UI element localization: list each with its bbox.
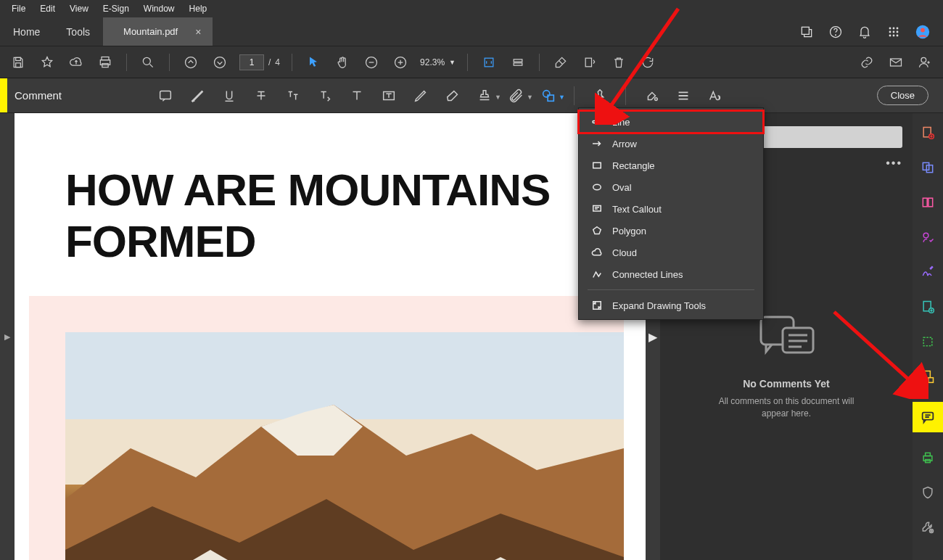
- document-view[interactable]: HOW ARE MOUNTAINS FORMED: [15, 113, 646, 560]
- apps-grid-icon[interactable]: [886, 25, 901, 39]
- dropdown-item-cloud[interactable]: Cloud: [579, 242, 763, 263]
- rail-print-production-icon[interactable]: [918, 448, 937, 467]
- zoom-in-icon[interactable]: [391, 53, 410, 72]
- rail-fill-sign-icon[interactable]: [918, 228, 937, 247]
- svg-point-32: [543, 90, 550, 96]
- arrow-icon: [590, 137, 604, 150]
- color-fill-icon[interactable]: [642, 86, 661, 105]
- strikethrough-icon[interactable]: [252, 86, 271, 105]
- search-icon[interactable]: [139, 53, 157, 72]
- star-icon[interactable]: [38, 53, 57, 72]
- tab-tools[interactable]: Tools: [53, 17, 103, 46]
- zoom-value[interactable]: 92.3%▼: [420, 57, 456, 67]
- menu-help[interactable]: Help: [182, 1, 215, 16]
- close-button[interactable]: Close: [877, 86, 928, 105]
- rail-extract-icon[interactable]: [918, 367, 937, 386]
- document-image: [29, 296, 624, 560]
- avatar[interactable]: [915, 25, 930, 39]
- insert-text-icon[interactable]: [316, 86, 334, 105]
- cloud-icon: [590, 246, 604, 259]
- add-text-icon[interactable]: [347, 86, 366, 105]
- menu-file[interactable]: File: [4, 1, 33, 16]
- sticky-note-icon[interactable]: [156, 86, 175, 105]
- svg-rect-26: [514, 62, 522, 65]
- menu-edit[interactable]: Edit: [33, 1, 62, 16]
- zoom-out-icon[interactable]: [362, 53, 381, 72]
- link-icon[interactable]: [857, 53, 876, 72]
- mail-icon[interactable]: [886, 53, 905, 72]
- replace-text-icon[interactable]: [284, 86, 302, 105]
- rail-edit-icon[interactable]: [918, 332, 937, 351]
- svg-point-53: [923, 233, 928, 238]
- hand-icon[interactable]: [333, 53, 352, 72]
- main-toolbar: / 4 92.3%▼: [0, 46, 943, 78]
- comments-empty-subtitle: All comments on this document will appea…: [707, 395, 866, 420]
- dropdown-item-text-callout[interactable]: Text Callout: [579, 198, 763, 220]
- profile-add-icon[interactable]: [915, 53, 934, 72]
- text-format-icon[interactable]: [706, 86, 725, 105]
- rail-create-pdf-icon[interactable]: [918, 123, 937, 142]
- save-icon[interactable]: [9, 53, 28, 72]
- text-callout-icon: [590, 202, 604, 215]
- page-up-icon[interactable]: [181, 53, 200, 72]
- svg-point-34: [655, 97, 658, 100]
- left-panel-toggle[interactable]: ▶: [0, 113, 15, 560]
- tab-home[interactable]: Home: [0, 17, 53, 46]
- svg-point-13: [921, 28, 925, 32]
- dropdown-item-label: Oval: [612, 182, 632, 193]
- drawing-tools-dropdown: Line Arrow Rectangle Oval Text Callout P…: [578, 107, 764, 320]
- help-icon[interactable]: [828, 25, 843, 39]
- rotate-icon[interactable]: [580, 53, 599, 72]
- svg-point-19: [143, 57, 150, 65]
- trash-icon[interactable]: [609, 53, 628, 72]
- page-down-icon[interactable]: [210, 53, 229, 72]
- svg-rect-28: [891, 59, 902, 66]
- dropdown-item-polygon[interactable]: Polygon: [579, 220, 763, 242]
- menu-esign[interactable]: E-Sign: [96, 1, 136, 16]
- svg-point-8: [897, 30, 899, 33]
- pointer-icon[interactable]: [304, 53, 323, 72]
- menu-view[interactable]: View: [62, 1, 96, 16]
- rail-comment-icon[interactable]: [913, 402, 943, 432]
- stamp-icon[interactable]: ▼: [475, 86, 494, 105]
- drawing-tools-icon[interactable]: ▼: [539, 86, 558, 105]
- attach-icon[interactable]: ▼: [507, 86, 526, 105]
- rail-sign-icon[interactable]: [918, 263, 937, 281]
- rail-organize-icon[interactable]: [918, 193, 937, 212]
- textbox-icon[interactable]: [379, 86, 398, 105]
- pencil-icon[interactable]: [411, 86, 430, 105]
- dropdown-item-oval[interactable]: Oval: [579, 176, 763, 198]
- cloud-upload-icon[interactable]: [67, 53, 86, 72]
- rail-more-tools-icon[interactable]: [918, 518, 937, 537]
- bell-icon[interactable]: [857, 25, 872, 39]
- dropdown-item-line[interactable]: Line: [579, 111, 763, 133]
- page-indicator: / 4: [239, 54, 280, 70]
- scroll-mode-icon[interactable]: [508, 53, 527, 72]
- underline-text-icon[interactable]: [220, 86, 239, 105]
- page-current-input[interactable]: [239, 54, 264, 70]
- dropdown-item-arrow[interactable]: Arrow: [579, 133, 763, 155]
- dropdown-item-connected-lines[interactable]: Connected Lines: [579, 263, 763, 285]
- expand-icon: [590, 299, 604, 312]
- fit-width-icon[interactable]: [479, 53, 498, 72]
- rail-export-icon[interactable]: [918, 297, 937, 316]
- chevron-right-icon: ▶: [4, 332, 10, 342]
- pin-icon[interactable]: [590, 86, 609, 105]
- erase-icon[interactable]: [551, 53, 570, 72]
- rail-protect-icon[interactable]: [918, 483, 937, 502]
- svg-point-5: [897, 27, 899, 29]
- rail-combine-icon[interactable]: [918, 158, 937, 177]
- tab-close-button[interactable]: ×: [195, 26, 201, 38]
- line-weight-icon[interactable]: [674, 86, 693, 105]
- menu-window[interactable]: Window: [136, 1, 182, 16]
- tab-bar: Home Tools Mountain.pdf ×: [0, 17, 943, 46]
- highlight-icon[interactable]: [188, 86, 207, 105]
- tab-document[interactable]: Mountain.pdf ×: [103, 17, 213, 46]
- panel-more-icon[interactable]: •••: [886, 157, 902, 170]
- dropdown-item-expand-tools[interactable]: Expand Drawing Tools: [579, 295, 763, 316]
- print-icon[interactable]: [96, 53, 115, 72]
- dropdown-item-rectangle[interactable]: Rectangle: [579, 155, 763, 176]
- refresh-icon[interactable]: [638, 53, 657, 72]
- eraser-icon[interactable]: [443, 86, 462, 105]
- share-icon[interactable]: [799, 25, 814, 39]
